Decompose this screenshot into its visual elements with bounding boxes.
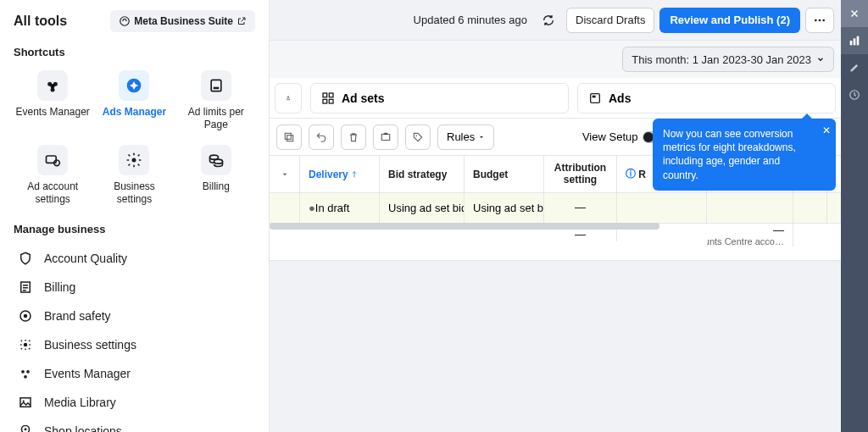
shortcut-label: Events Manager [15,106,89,119]
daterange-label: This month: 1 Jan 2023-30 Jan 2023 [632,53,811,66]
shortcut-ad-account-settings[interactable]: Ad account settings [14,141,92,209]
shortcut-ad-limits[interactable]: Ad limits per Page [177,67,255,135]
tab-ads[interactable]: Ads [577,83,836,114]
manage-item-shop-locations[interactable]: Shop locations [14,417,255,432]
duplicate-icon [283,131,295,143]
clock-icon [849,89,860,101]
chevron-down-icon [816,55,825,64]
manage-item-label: Business settings [44,338,136,352]
gear-icon [125,152,142,169]
shortcut-label: Billing [203,180,230,193]
flask-icon [286,91,291,105]
tab-label: Ad sets [342,91,385,105]
manage-item-billing[interactable]: Billing [14,273,255,302]
tag-button[interactable] [405,125,431,150]
discard-drafts-button[interactable]: Discard Drafts [566,8,654,33]
undo-button[interactable] [309,125,334,150]
manage-item-media-library[interactable]: Media Library [14,388,255,417]
svg-point-21 [25,428,27,430]
chevron-down-icon [478,134,485,141]
manage-item-account-quality[interactable]: Account Quality [14,244,255,273]
shortcut-label: Business settings [95,180,173,206]
manage-item-label: Events Manager [44,367,131,380]
dots-icon [813,14,826,27]
refresh-button[interactable] [536,8,561,33]
pencil-icon [849,62,860,74]
rules-button[interactable]: Rules [437,125,494,150]
svg-rect-33 [381,134,389,140]
svg-point-9 [132,158,136,163]
manage-business-heading: Manage business [14,223,255,235]
discard-label: Discard Drafts [576,14,645,26]
review-publish-button[interactable]: Review and Publish (2) [659,8,800,33]
updated-text: Updated 6 minutes ago [414,14,527,26]
pin-icon [18,424,33,432]
breakdown-tooltip: Now you can see conversion metrics for e… [653,119,836,191]
footer-reach-dash: — [773,224,784,236]
manage-item-events-manager[interactable]: Events Manager [14,359,255,388]
header-toggle[interactable] [270,156,300,192]
tab-ad-sets[interactable]: Ad sets [310,83,569,114]
svg-point-17 [26,370,30,374]
review-label: Review and Publish (2) [670,14,790,26]
open-external-icon [236,16,247,26]
duplicate-button[interactable] [276,125,302,150]
tooltip-close-button[interactable]: ✕ [822,124,831,137]
delete-button[interactable] [341,125,366,150]
svg-rect-25 [323,93,327,97]
svg-rect-19 [20,398,31,407]
svg-point-0 [120,17,130,26]
sidebar-title: All tools [14,14,67,29]
header-bid-strategy[interactable]: Bid strategy [380,156,465,192]
tab-label: Ads [609,91,631,105]
ad-icon [588,91,602,105]
meta-label: Meta Business Suite [134,15,233,27]
manage-item-label: Account Quality [44,252,127,265]
rail-close-button[interactable] [841,0,868,27]
right-rail [841,0,868,432]
footer-reach-sub: Accounts Centre acco… [707,236,784,246]
shortcut-business-settings[interactable]: Business settings [95,141,173,209]
top-bar: Updated 6 minutes ago Discard Drafts Rev… [270,0,841,41]
tag-icon [412,131,424,143]
rail-charts-button[interactable] [841,27,868,54]
image-icon [18,395,33,410]
manage-item-brand-safety[interactable]: Brand safety [14,302,255,330]
shortcut-label: Ad limits per Page [177,106,255,131]
svg-rect-5 [211,80,221,91]
header-budget[interactable]: Budget [465,156,544,192]
more-button[interactable] [805,8,834,33]
info-icon: ⓘ [626,167,636,181]
svg-point-16 [21,370,25,374]
adset-icon [321,91,335,105]
header-attribution[interactable]: Attribution setting [544,156,617,192]
events-icon [44,77,61,94]
svg-rect-27 [323,99,327,103]
date-range-select[interactable]: This month: 1 Jan 2023-30 Jan 2023 [622,47,834,72]
svg-rect-6 [213,87,219,90]
svg-rect-30 [593,95,596,97]
rail-history-button[interactable] [841,81,868,108]
shortcut-billing[interactable]: Billing [177,141,255,209]
sort-up-icon [350,170,359,179]
svg-rect-32 [287,135,293,141]
tooltip-text: Now you can see conversion metrics for e… [663,128,796,181]
chevron-down-icon [281,170,289,179]
undo-icon [315,131,327,143]
svg-point-15 [24,343,28,347]
svg-rect-26 [329,93,333,97]
meta-business-suite-button[interactable]: Meta Business Suite [110,10,255,32]
bar-chart-icon [848,34,861,47]
shortcut-events-manager[interactable]: Events Manager [14,67,92,135]
export-button[interactable] [373,125,398,150]
manage-item-business-settings[interactable]: Business settings [14,330,255,359]
tab-campaigns-toggle[interactable] [275,83,302,114]
tabs-row: Ad sets Ads [270,78,841,119]
shortcut-ads-manager[interactable]: Ads Manager [95,67,173,135]
header-delivery[interactable]: Delivery [300,156,380,192]
svg-rect-29 [591,93,600,102]
rules-label: Rules [447,130,475,143]
rail-edit-button[interactable] [841,54,868,81]
horizontal-scrollbar[interactable] [270,223,659,230]
table-row[interactable]: ● In draft Using ad set bid… Using ad se… [270,193,841,224]
